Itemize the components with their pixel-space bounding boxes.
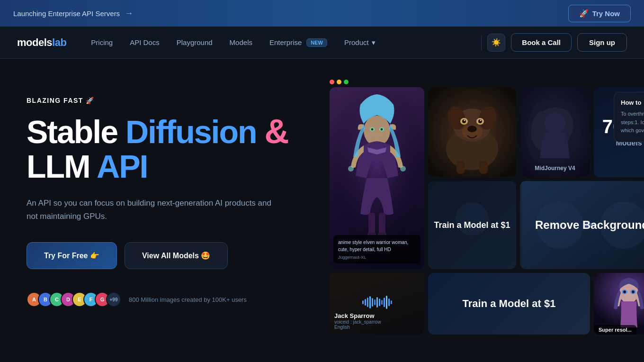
svg-rect-25	[456, 161, 465, 174]
waveform-bar	[379, 299, 380, 306]
banner-arrow: →	[125, 9, 133, 18]
jack-name: Jack Sparrow	[334, 312, 420, 319]
midjourney-label: MidJourney V4	[520, 165, 590, 172]
hero-stats-text: 800 Million images created by 100K+ user…	[129, 296, 247, 303]
hero-llm: LLM	[27, 148, 97, 184]
grid-remove-background: Remove Background	[520, 181, 644, 269]
logo-models: models	[17, 36, 52, 48]
dog-svg	[428, 87, 516, 177]
logo[interactable]: modelslab	[17, 36, 66, 49]
avatars: A B C D E F G +99	[27, 292, 121, 307]
window-minimize-dot	[337, 80, 341, 84]
hero-amp: &	[265, 112, 288, 150]
waveform-bar	[381, 300, 383, 305]
nav-playground[interactable]: Playground	[169, 35, 220, 50]
waveform-bar	[386, 296, 387, 309]
hero-right: anime style elven warrior woman, cute, h…	[330, 87, 644, 362]
banner-text: Launching Enterprise API Servers →	[13, 9, 133, 18]
grid-midjourney: MidJourney V4	[520, 87, 590, 177]
sun-icon: ☀️	[492, 38, 501, 47]
nav-links: Pricing API Docs Playground Models Enter…	[83, 35, 475, 51]
nav-right: ☀️ Book a Call Sign up	[487, 33, 627, 52]
elven-prompt-text: anime style elven warrior woman, cute, h…	[338, 239, 416, 253]
elven-prompt-tag: anime style elven warrior woman, cute, h…	[333, 235, 420, 263]
waveform-bar	[369, 296, 371, 308]
svg-point-24	[480, 120, 482, 121]
waveform-bar	[391, 300, 392, 304]
chat-title: How to	[621, 99, 644, 106]
top-banner: Launching Enterprise API Servers → 🚀 Try…	[0, 0, 644, 27]
hero-title-line1: Stable Diffusion &	[27, 114, 311, 150]
waveform	[334, 295, 420, 309]
hero-title-line2: LLM API	[27, 150, 311, 183]
navbar: modelslab Pricing API Docs Playground Mo…	[0, 27, 644, 59]
chat-overlay-panel: How to To overthrow a g you'll need to f…	[614, 92, 644, 142]
try-for-free-button[interactable]: Try For Free 👉	[27, 242, 117, 269]
midjourney-bg-svg	[520, 87, 590, 177]
super-resolve-label: Super resol...	[594, 325, 636, 335]
elven-model-name: Juggernaut-XL	[338, 255, 416, 260]
try-now-label: Try Now	[592, 9, 620, 18]
banner-message: Launching Enterprise API Servers	[13, 9, 120, 18]
sign-up-button[interactable]: Sign up	[577, 33, 627, 52]
svg-point-23	[464, 120, 465, 121]
svg-point-5	[381, 128, 383, 131]
enterprise-badge: New	[306, 38, 327, 47]
window-controls	[330, 80, 349, 84]
train-model-label: Train a Model at $1	[429, 220, 515, 230]
book-call-button[interactable]: Book a Call	[511, 33, 572, 52]
chevron-down-icon: ▾	[372, 38, 376, 47]
svg-point-7	[400, 166, 406, 172]
hero-api: API	[97, 148, 147, 184]
grid-elven-warrior: anime style elven warrior woman, cute, h…	[330, 87, 424, 269]
remove-background-label: Remove Background	[535, 218, 644, 232]
nav-api-docs[interactable]: API Docs	[122, 35, 167, 50]
hero-stats: A B C D E F G +99 800 Million images cre…	[27, 292, 311, 307]
chat-body: To overthrow a g you'll need to fol step…	[621, 110, 644, 135]
waveform-bar	[372, 298, 373, 307]
grid-train-banner: Train a Model at $1	[428, 273, 590, 335]
hero-buttons: Try For Free 👉 View All Models 🤩	[27, 242, 311, 269]
hero-diffusion: Diffusion	[125, 114, 257, 150]
grid-jack-sparrow: Jack Sparrow voiceid : jack_sparrow Engl…	[330, 273, 424, 335]
grid-anime-girl: Super resol...	[594, 273, 644, 335]
waveform-bar	[362, 300, 364, 304]
waveform-bar	[388, 299, 390, 306]
hero-stable: Stable	[27, 114, 125, 150]
window-maximize-dot	[344, 80, 349, 84]
nav-models[interactable]: Models	[222, 35, 260, 50]
image-grid: anime style elven warrior woman, cute, h…	[330, 87, 644, 362]
grid-dog	[428, 87, 516, 177]
svg-point-39	[632, 290, 635, 293]
svg-point-6	[348, 166, 354, 172]
waveform-bar	[374, 299, 376, 305]
theme-toggle-button[interactable]: ☀️	[487, 34, 505, 52]
waveform-bar	[376, 297, 378, 308]
hero-section: BLAZING FAST 🚀 Stable Diffusion & LLM AP…	[0, 59, 644, 362]
svg-point-28	[545, 112, 565, 133]
jack-voiceid: voiceid : jack_sparrow	[334, 319, 420, 325]
hero-left: BLAZING FAST 🚀 Stable Diffusion & LLM AP…	[27, 87, 311, 307]
hero-description: An API so you can focus on building next…	[27, 197, 282, 223]
nav-enterprise[interactable]: Enterprise New	[262, 35, 335, 51]
nav-product[interactable]: Product ▾	[337, 35, 383, 51]
try-now-button[interactable]: 🚀 Try Now	[568, 5, 631, 22]
rocket-icon: 🚀	[579, 9, 589, 18]
window-close-dot	[330, 80, 334, 84]
avatar-more: +99	[106, 292, 121, 307]
svg-point-4	[371, 128, 374, 131]
grid-train-model: Train a Model at $1	[428, 181, 516, 269]
logo-lab: lab	[52, 36, 66, 48]
svg-rect-26	[479, 161, 488, 174]
svg-point-18	[467, 126, 477, 132]
waveform-bar	[384, 298, 385, 307]
hero-title: Stable Diffusion & LLM API	[27, 114, 311, 183]
nav-pricing[interactable]: Pricing	[83, 35, 120, 50]
hero-tag: BLAZING FAST 🚀	[27, 97, 311, 104]
svg-point-38	[623, 290, 626, 293]
nav-divider	[481, 35, 482, 50]
waveform-bar	[367, 298, 368, 307]
jack-language: English	[334, 325, 420, 330]
waveform-bar	[365, 299, 366, 306]
view-all-models-button[interactable]: View All Models 🤩	[125, 242, 228, 269]
